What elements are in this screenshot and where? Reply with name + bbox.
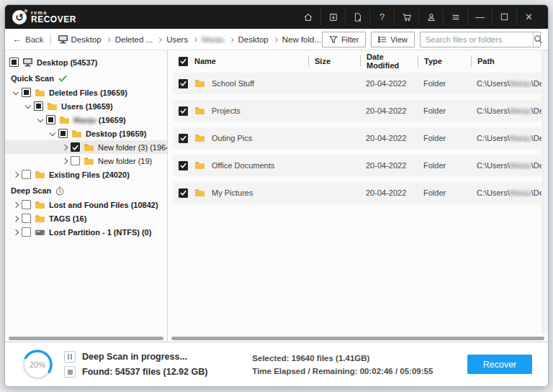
scrollbar-thumb[interactable]	[171, 337, 544, 340]
file-row[interactable]: Office Documents20-04-2022FolderC:\Users…	[173, 155, 541, 176]
expand-chevron-icon[interactable]	[13, 171, 19, 177]
tree-item[interactable]: Manju (19659)	[5, 113, 167, 127]
expand-chevron-icon[interactable]	[62, 144, 68, 150]
home-icon[interactable]	[296, 10, 320, 24]
folder-icon	[194, 161, 205, 170]
file-name: Outing Pics	[212, 134, 252, 142]
back-button[interactable]: ← Back	[12, 34, 44, 45]
file-path: C:\Users\Manju\De	[471, 188, 541, 197]
select-all-checkbox[interactable]	[179, 57, 188, 66]
checkbox-checked[interactable]	[179, 134, 188, 143]
minimize-button[interactable]: —	[467, 10, 492, 24]
collapse-chevron-icon[interactable]	[25, 102, 31, 108]
menu-icon[interactable]	[443, 10, 467, 24]
collapse-chevron-icon[interactable]	[50, 129, 55, 135]
file-path: C:\Users\Manju\De	[471, 106, 541, 115]
checkbox-partial[interactable]	[34, 101, 43, 111]
cart-icon[interactable]	[394, 10, 418, 24]
tree-item[interactable]: Deleted Files (19659)	[5, 86, 167, 99]
table-hscrollbar[interactable]	[168, 334, 548, 342]
checkbox-partial[interactable]	[58, 129, 68, 138]
breadcrumb-item[interactable]: Manju	[202, 35, 224, 44]
collapse-chevron-icon[interactable]	[37, 116, 43, 122]
chevron-right-icon	[192, 37, 197, 42]
file-path: C:\Users\Manju\De	[471, 134, 541, 142]
search-input[interactable]	[421, 32, 533, 47]
pause-button[interactable]	[64, 351, 76, 363]
status-bar: 20% Deep Scan in progress... Found: 5453…	[5, 342, 548, 386]
tree-item[interactable]: Desktop (54537)	[5, 55, 167, 69]
breadcrumb-item[interactable]: Desktop	[58, 35, 102, 44]
column-path[interactable]: Path	[471, 55, 541, 67]
file-path: C:\Users\Manju\De	[471, 161, 541, 170]
checkbox-empty[interactable]	[22, 227, 31, 237]
sidebar-section-label: Deep Scan	[5, 183, 167, 198]
new-file-icon[interactable]	[345, 10, 369, 24]
scrollbar-thumb[interactable]	[9, 337, 163, 340]
checkbox-partial[interactable]	[9, 58, 19, 67]
file-date: 20-04-2022	[360, 188, 418, 197]
column-type[interactable]: Type	[418, 55, 471, 67]
close-button[interactable]: ✕	[516, 10, 541, 24]
tree-item[interactable]: Existing Files (24020)	[5, 168, 167, 181]
file-row[interactable]: Projects20-04-2022FolderC:\Users\Manju\D…	[173, 100, 541, 122]
app-logo: ↺ remo RECOVER	[12, 10, 76, 24]
filter-button[interactable]: Filter	[322, 32, 366, 47]
maximize-button[interactable]	[492, 10, 516, 24]
file-row[interactable]: My Pictures20-04-2022FolderC:\Users\Manj…	[173, 182, 541, 204]
file-row[interactable]: Outing Pics20-04-2022FolderC:\Users\Manj…	[173, 127, 541, 149]
remo-logo-icon: ↺	[12, 10, 27, 24]
column-date-modified[interactable]: Date Modified	[360, 55, 418, 67]
search-icon[interactable]	[533, 32, 543, 47]
navigation-bar: ← Back DesktopDeleted ...UsersManjuDeskt…	[5, 29, 548, 50]
checkbox-empty[interactable]	[22, 170, 31, 179]
expand-chevron-icon[interactable]	[13, 201, 19, 207]
breadcrumb-item[interactable]: Deleted ...	[115, 35, 153, 44]
recover-button[interactable]: Recover	[467, 355, 532, 374]
help-icon[interactable]: ?	[369, 10, 394, 24]
checkbox-checked[interactable]	[179, 188, 188, 198]
checkbox-checked[interactable]	[179, 161, 188, 170]
scan-in-progress-clock-icon	[55, 186, 64, 196]
table-vscrollbar[interactable]	[542, 50, 548, 334]
tree-item[interactable]: Lost Partition - 1 (NTFS) (0)	[5, 225, 167, 239]
folder-icon	[35, 201, 45, 209]
save-session-icon[interactable]	[320, 10, 345, 24]
tree-item[interactable]: Lost and Found Files (10842)	[5, 198, 167, 211]
file-type: Folder	[418, 79, 471, 88]
expand-chevron-icon[interactable]	[62, 158, 68, 163]
checkbox-checked[interactable]	[179, 106, 188, 116]
tree-item[interactable]: Desktop (19659)	[5, 127, 167, 140]
expand-chevron-icon[interactable]	[13, 215, 19, 221]
collapse-chevron-icon[interactable]	[13, 88, 19, 94]
folder-icon	[84, 157, 94, 165]
checkbox-checked[interactable]	[179, 79, 188, 88]
stop-button[interactable]	[64, 366, 76, 378]
file-row[interactable]: School Stuff20-04-2022FolderC:\Users\Man…	[173, 73, 541, 94]
column-name[interactable]: Name	[194, 57, 216, 65]
checkbox-empty[interactable]	[22, 214, 31, 223]
view-button[interactable]: View	[371, 32, 415, 47]
expand-chevron-icon[interactable]	[13, 229, 19, 234]
checkbox-empty[interactable]	[71, 156, 80, 165]
scan-status-text: Deep Scan in progress...	[82, 352, 187, 362]
column-size[interactable]: Size	[308, 55, 360, 67]
file-date: 20-04-2022	[360, 106, 418, 115]
checkbox-partial[interactable]	[46, 115, 55, 124]
sidebar-hscrollbar[interactable]	[5, 334, 167, 342]
tree-item[interactable]: Users (19659)	[5, 99, 167, 113]
account-icon[interactable]	[418, 10, 443, 24]
breadcrumb-item[interactable]: Desktop	[238, 35, 269, 44]
checkbox-empty[interactable]	[22, 200, 31, 209]
breadcrumb-item[interactable]: Users	[166, 35, 188, 44]
tree-item[interactable]: New folder (19)	[5, 154, 167, 168]
checkbox-partial[interactable]	[22, 88, 31, 97]
titlebar: ↺ remo RECOVER ? — ✕	[5, 5, 548, 29]
file-name: School Stuff	[212, 79, 254, 88]
breadcrumb-item[interactable]: New fold...	[282, 35, 321, 44]
file-path: C:\Users\Manju\De	[471, 79, 541, 88]
folder-icon	[47, 102, 58, 111]
checkbox-checked[interactable]	[71, 142, 80, 152]
tree-item[interactable]: TAGS (16)	[5, 211, 167, 225]
tree-item[interactable]: New folder (3) (19640)	[5, 140, 167, 154]
